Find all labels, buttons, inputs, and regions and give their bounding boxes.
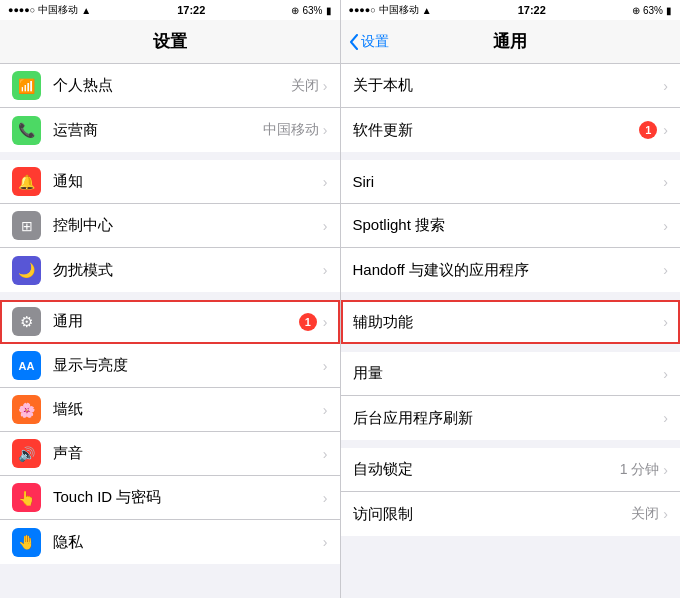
row-restrictions[interactable]: 访问限制 关闭 › <box>341 492 681 536</box>
left-nav-title: 设置 <box>153 30 187 53</box>
auto-lock-chevron: › <box>663 462 668 478</box>
row-general[interactable]: ⚙ 通用 1 › <box>0 300 340 344</box>
row-hotspot[interactable]: 📶 个人热点 关闭 › <box>0 64 340 108</box>
right-location-icon: ⊕ <box>632 5 640 16</box>
left-battery-icon: ▮ <box>326 5 332 16</box>
right-panel: ●●●●○ 中国移动 ▲ 17:22 ⊕ 63% ▮ 设置 通用 关于本机 › <box>341 0 681 598</box>
right-group-1: 关于本机 › 软件更新 1 › <box>341 64 681 152</box>
left-battery-pct: 63% <box>302 5 322 16</box>
left-status-bar: ●●●●○ 中国移动 ▲ 17:22 ⊕ 63% ▮ <box>0 0 340 20</box>
left-time: 17:22 <box>177 4 205 16</box>
right-group-3: 辅助功能 › <box>341 300 681 344</box>
left-status-right: ⊕ 63% ▮ <box>291 5 331 16</box>
row-handoff[interactable]: Handoff 与建议的应用程序 › <box>341 248 681 292</box>
hotspot-chevron: › <box>323 78 328 94</box>
right-status-left: ●●●●○ 中国移动 ▲ <box>349 3 432 17</box>
carrier-chevron: › <box>323 122 328 138</box>
display-icon: AA <box>12 351 41 380</box>
sounds-chevron: › <box>323 446 328 462</box>
right-settings-list: 关于本机 › 软件更新 1 › Siri › Spotlight 搜索 › Ha… <box>341 64 681 598</box>
left-panel: ●●●●○ 中国移动 ▲ 17:22 ⊕ 63% ▮ 设置 📶 个人热点 关闭 … <box>0 0 340 598</box>
right-status-bar: ●●●●○ 中国移动 ▲ 17:22 ⊕ 63% ▮ <box>341 0 681 20</box>
software-update-badge: 1 <box>639 121 657 139</box>
restrictions-chevron: › <box>663 506 668 522</box>
right-nav-title: 通用 <box>493 30 527 53</box>
right-nav-back[interactable]: 设置 <box>349 33 389 51</box>
row-control-center[interactable]: ⊞ 控制中心 › <box>0 204 340 248</box>
privacy-icon: 🤚 <box>12 528 41 557</box>
control-center-label: 控制中心 <box>53 216 323 235</box>
hotspot-value: 关闭 <box>291 77 319 95</box>
dnd-icon: 🌙 <box>12 256 41 285</box>
right-battery-pct: 63% <box>643 5 663 16</box>
restrictions-value: 关闭 <box>631 505 659 523</box>
restrictions-label: 访问限制 <box>353 505 632 524</box>
row-software-update[interactable]: 软件更新 1 › <box>341 108 681 152</box>
row-siri[interactable]: Siri › <box>341 160 681 204</box>
right-gap-3 <box>341 344 681 352</box>
left-group-2: 🔔 通知 › ⊞ 控制中心 › 🌙 勿扰模式 › <box>0 160 340 292</box>
about-label: 关于本机 <box>353 76 664 95</box>
privacy-label: 隐私 <box>53 533 323 552</box>
right-gap-4 <box>341 440 681 448</box>
about-chevron: › <box>663 78 668 94</box>
carrier-value: 中国移动 <box>263 121 319 139</box>
row-dnd[interactable]: 🌙 勿扰模式 › <box>0 248 340 292</box>
touch-id-label: Touch ID 与密码 <box>53 488 323 507</box>
row-usage[interactable]: 用量 › <box>341 352 681 396</box>
back-label: 设置 <box>361 33 389 51</box>
general-label: 通用 <box>53 312 299 331</box>
left-carrier: 中国移动 <box>38 3 78 17</box>
carrier-label: 运营商 <box>53 121 263 140</box>
right-battery-icon: ▮ <box>666 5 672 16</box>
right-group-4: 用量 › 后台应用程序刷新 › <box>341 352 681 440</box>
row-accessibility[interactable]: 辅助功能 › <box>341 300 681 344</box>
left-wifi-icon: ▲ <box>81 5 91 16</box>
back-chevron-icon <box>349 34 359 50</box>
right-group-5: 自动锁定 1 分钟 › 访问限制 关闭 › <box>341 448 681 536</box>
row-spotlight[interactable]: Spotlight 搜索 › <box>341 204 681 248</box>
row-privacy[interactable]: 🤚 隐私 › <box>0 520 340 564</box>
left-nav-bar: 设置 <box>0 20 340 64</box>
usage-chevron: › <box>663 366 668 382</box>
general-icon: ⚙ <box>12 307 41 336</box>
control-center-chevron: › <box>323 218 328 234</box>
carrier-icon: 📞 <box>12 116 41 145</box>
privacy-chevron: › <box>323 534 328 550</box>
accessibility-chevron: › <box>663 314 668 330</box>
row-about[interactable]: 关于本机 › <box>341 64 681 108</box>
siri-label: Siri <box>353 173 664 190</box>
gap-2 <box>0 292 340 300</box>
touch-id-chevron: › <box>323 490 328 506</box>
right-status-right: ⊕ 63% ▮ <box>632 5 672 16</box>
handoff-label: Handoff 与建议的应用程序 <box>353 261 664 280</box>
row-sounds[interactable]: 🔊 声音 › <box>0 432 340 476</box>
auto-lock-label: 自动锁定 <box>353 460 620 479</box>
row-notifications[interactable]: 🔔 通知 › <box>0 160 340 204</box>
row-touch-id[interactable]: 👆 Touch ID 与密码 › <box>0 476 340 520</box>
right-time: 17:22 <box>518 4 546 16</box>
bg-refresh-label: 后台应用程序刷新 <box>353 409 664 428</box>
right-wifi-icon: ▲ <box>422 5 432 16</box>
right-carrier: 中国移动 <box>379 3 419 17</box>
siri-chevron: › <box>663 174 668 190</box>
row-wallpaper[interactable]: 🌸 墙纸 › <box>0 388 340 432</box>
software-update-label: 软件更新 <box>353 121 640 140</box>
right-signal: ●●●●○ <box>349 5 376 15</box>
bg-refresh-chevron: › <box>663 410 668 426</box>
touch-id-icon: 👆 <box>12 483 41 512</box>
row-bg-refresh[interactable]: 后台应用程序刷新 › <box>341 396 681 440</box>
display-label: 显示与亮度 <box>53 356 323 375</box>
left-status-left: ●●●●○ 中国移动 ▲ <box>8 3 91 17</box>
notifications-icon: 🔔 <box>12 167 41 196</box>
row-display[interactable]: AA 显示与亮度 › <box>0 344 340 388</box>
left-location-icon: ⊕ <box>291 5 299 16</box>
auto-lock-value: 1 分钟 <box>620 461 660 479</box>
right-gap-2 <box>341 292 681 300</box>
wallpaper-label: 墙纸 <box>53 400 323 419</box>
usage-label: 用量 <box>353 364 664 383</box>
row-auto-lock[interactable]: 自动锁定 1 分钟 › <box>341 448 681 492</box>
right-group-2: Siri › Spotlight 搜索 › Handoff 与建议的应用程序 › <box>341 160 681 292</box>
sounds-label: 声音 <box>53 444 323 463</box>
row-carrier[interactable]: 📞 运营商 中国移动 › <box>0 108 340 152</box>
